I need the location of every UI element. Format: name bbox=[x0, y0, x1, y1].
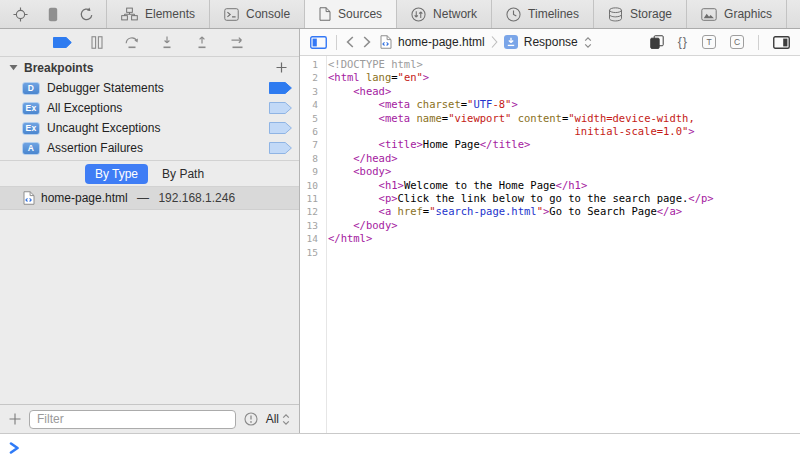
tab-timelines[interactable]: Timelines bbox=[491, 0, 593, 28]
code-line[interactable]: 1<!DOCTYPE html> bbox=[300, 58, 800, 71]
breakpoint-toggle-icon[interactable] bbox=[269, 82, 292, 94]
copy-button[interactable] bbox=[650, 35, 664, 49]
code-line[interactable]: 11 <p>Click the link below to go to the … bbox=[300, 192, 800, 205]
step-out-icon bbox=[195, 36, 209, 49]
code-line[interactable]: 5 <meta name="viewport" content="width=d… bbox=[300, 112, 800, 125]
code-line[interactable]: 6 initial-scale=1.0"> bbox=[300, 125, 800, 138]
code-token: Go to Search Page bbox=[549, 205, 656, 217]
line-number: 5 bbox=[300, 112, 322, 125]
breadcrumb-section[interactable]: Response bbox=[524, 35, 578, 49]
code-line[interactable]: 3 <head> bbox=[300, 85, 800, 98]
tab-network[interactable]: Network bbox=[396, 0, 491, 28]
code-line[interactable]: 13 </body> bbox=[300, 219, 800, 232]
tab-elements[interactable]: Elements bbox=[106, 0, 209, 28]
resource-item[interactable]: home-page.html — 192.168.1.246 bbox=[0, 187, 299, 210]
breakpoint-toggle-icon[interactable] bbox=[269, 122, 292, 134]
code-token bbox=[328, 165, 353, 177]
toggle-breakpoints-button[interactable] bbox=[52, 35, 72, 51]
breadcrumb-file-name[interactable]: home-page.html bbox=[398, 35, 485, 49]
filter-input[interactable] bbox=[29, 410, 236, 429]
code-line[interactable]: 10 <h1>Welcome to the Home Page</h1> bbox=[300, 179, 800, 192]
code-token bbox=[328, 138, 379, 150]
scope-by-type-button[interactable]: By Type bbox=[85, 164, 148, 184]
tab-graphics[interactable]: Graphics bbox=[686, 0, 787, 28]
breakpoint-item[interactable]: D Debugger Statements bbox=[0, 78, 299, 98]
resource-name: home-page.html bbox=[41, 191, 128, 205]
toolbar-tabs: Elements Console Sources Network Timelin… bbox=[106, 0, 787, 28]
tab-sources[interactable]: Sources bbox=[304, 0, 396, 28]
filter-add-button[interactable] bbox=[9, 413, 21, 425]
step-next-button[interactable] bbox=[227, 35, 247, 51]
breakpoints-header[interactable]: Breakpoints bbox=[0, 57, 299, 78]
toolbar-left-buttons bbox=[0, 0, 106, 28]
tab-console[interactable]: Console bbox=[209, 0, 304, 28]
code-token: "viewport" bbox=[448, 112, 511, 124]
step-over-button[interactable] bbox=[122, 35, 142, 51]
document-code-icon bbox=[380, 35, 392, 49]
plus-icon bbox=[9, 413, 21, 425]
code-line[interactable]: 7 <title>Home Page</title> bbox=[300, 138, 800, 151]
filter-scope-dropdown[interactable]: All bbox=[266, 412, 290, 426]
line-number: 15 bbox=[300, 246, 322, 259]
code-token: <meta bbox=[379, 112, 411, 124]
code-token: name bbox=[417, 112, 442, 124]
updown-chevrons-icon[interactable] bbox=[584, 36, 592, 49]
quick-console[interactable] bbox=[0, 433, 800, 461]
tab-label: Sources bbox=[338, 7, 382, 21]
breakpoint-item[interactable]: A Assertion Failures bbox=[0, 138, 299, 158]
step-into-button[interactable] bbox=[157, 35, 177, 51]
breakpoint-item[interactable]: Ex Uncaught Exceptions bbox=[0, 118, 299, 138]
code-token: <head> bbox=[353, 85, 391, 97]
more-tabs-button[interactable] bbox=[794, 3, 800, 25]
pause-button[interactable] bbox=[87, 35, 107, 51]
breakpoint-toggle-icon[interactable] bbox=[269, 102, 292, 114]
breakpoint-item[interactable]: Ex All Exceptions bbox=[0, 98, 299, 118]
error-filter-button[interactable] bbox=[244, 412, 258, 426]
line-number: 9 bbox=[300, 165, 322, 178]
forward-button[interactable] bbox=[363, 36, 371, 48]
inspect-element-button[interactable] bbox=[9, 3, 31, 25]
code-line[interactable]: 12 <a href="search-page.html">Go to Sear… bbox=[300, 205, 800, 218]
source-code-editor[interactable]: 1<!DOCTYPE html>2<html lang="en">3 <head… bbox=[300, 56, 800, 433]
code-token: > bbox=[511, 98, 517, 110]
breadcrumb: home-page.html Response bbox=[380, 35, 592, 49]
line-number: 12 bbox=[300, 205, 322, 218]
code-line[interactable]: 14</html> bbox=[300, 232, 800, 245]
code-line[interactable]: 8 </head> bbox=[300, 152, 800, 165]
code-token: charset bbox=[417, 98, 461, 110]
device-settings-button[interactable] bbox=[42, 3, 64, 25]
scope-by-path-button[interactable]: By Path bbox=[152, 164, 214, 184]
code-token: lang bbox=[366, 71, 391, 83]
step-out-button[interactable] bbox=[192, 35, 212, 51]
toggle-left-sidebar-button[interactable] bbox=[310, 36, 327, 49]
code-line[interactable]: 9 <body> bbox=[300, 165, 800, 178]
sources-icon bbox=[319, 7, 331, 21]
code-token: <h1> bbox=[379, 179, 404, 191]
code-line[interactable]: 15 bbox=[300, 246, 800, 259]
toolbar-right-buttons bbox=[787, 0, 800, 28]
step-into-icon bbox=[160, 36, 174, 49]
code-token: href bbox=[398, 205, 423, 217]
breakpoint-toggle-icon[interactable] bbox=[269, 142, 292, 154]
tab-storage[interactable]: Storage bbox=[593, 0, 686, 28]
code-line[interactable]: 2<html lang="en"> bbox=[300, 71, 800, 84]
sidebar-left-icon bbox=[310, 36, 327, 49]
reload-button[interactable] bbox=[75, 3, 97, 25]
breakpoint-badge: D bbox=[22, 82, 40, 95]
breakpoint-badge: Ex bbox=[22, 122, 40, 135]
disclosure-triangle-icon[interactable] bbox=[9, 64, 18, 71]
network-icon bbox=[411, 7, 426, 22]
add-breakpoint-button[interactable] bbox=[272, 59, 290, 77]
web-inspector-window: Elements Console Sources Network Timelin… bbox=[0, 0, 800, 461]
type-profiler-button[interactable]: T bbox=[702, 35, 716, 49]
code-coverage-button[interactable]: C bbox=[730, 35, 744, 49]
code-line[interactable]: 4 <meta charset="UTF-8"> bbox=[300, 98, 800, 111]
tab-label: Timelines bbox=[528, 7, 579, 21]
content-navbar-buttons: {}TC bbox=[650, 35, 790, 50]
toggle-right-sidebar-button[interactable] bbox=[773, 36, 790, 49]
content-pane: home-page.html Response {}TC 1<!DOCTYPE … bbox=[300, 29, 800, 433]
code-token bbox=[328, 205, 379, 217]
tab-label: Elements bbox=[145, 7, 195, 21]
back-button[interactable] bbox=[346, 36, 354, 48]
pretty-print-button[interactable]: {} bbox=[678, 35, 688, 49]
